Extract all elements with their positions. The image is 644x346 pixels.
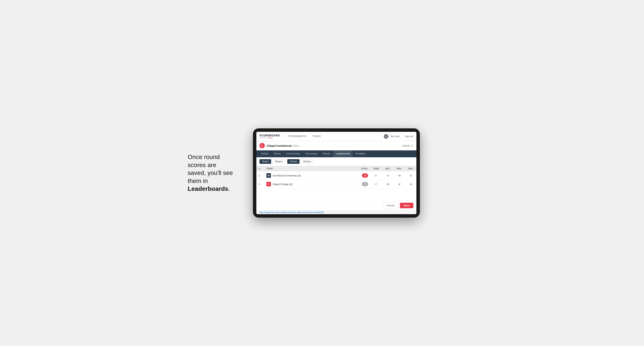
tournament-header: C Clippd Invitational (Men) Cancel ✕ bbox=[256, 141, 416, 150]
logo-scoreboard: SCOREBOARD bbox=[260, 134, 280, 137]
logo-area: SCOREBOARD Powered by clippd bbox=[260, 134, 280, 139]
tab-printables[interactable]: Printables bbox=[353, 150, 368, 157]
tab-tee-groups[interactable]: Tee Groups bbox=[302, 150, 320, 157]
sign-out-link[interactable]: Sign out bbox=[405, 135, 413, 138]
url-bar: https://stage-blue-coach.stagescoredboar… bbox=[256, 210, 416, 214]
nav-right: S Test User | Sign out bbox=[384, 134, 413, 139]
filter-teams[interactable]: Teams bbox=[260, 159, 271, 164]
cell-rd3: +3 bbox=[405, 180, 416, 188]
tab-leaderboards[interactable]: Leaderboards bbox=[333, 150, 352, 157]
cancel-header-button[interactable]: Cancel ✕ bbox=[402, 144, 413, 147]
team-name: Clippd College [A] bbox=[272, 183, 292, 186]
desc-line3: saved, you'll see bbox=[188, 169, 233, 176]
col-rank: # bbox=[256, 166, 264, 171]
col-total: TOTAL bbox=[355, 166, 370, 171]
tab-course-setup[interactable]: Course Setup bbox=[283, 150, 302, 157]
cell-rd3: -6 bbox=[405, 171, 416, 180]
col-rd1: RD1 bbox=[382, 166, 394, 171]
cell-rd1: +8 bbox=[382, 180, 394, 188]
save-button[interactable]: Save bbox=[400, 203, 413, 208]
leaderboard-table-container: # TEAM TOTAL THRU RD1 RD2 RD3 1 SU bbox=[256, 166, 416, 200]
desc-line1: Once round bbox=[188, 154, 220, 160]
left-description: Once round scores are saved, you'll see … bbox=[188, 153, 242, 193]
cell-thru: F bbox=[370, 171, 382, 180]
cancel-button[interactable]: Cancel bbox=[383, 202, 398, 208]
tournament-subtitle: (Men) bbox=[293, 144, 299, 147]
col-team: TEAM bbox=[264, 166, 355, 171]
user-avatar: S bbox=[384, 134, 388, 139]
col-thru: THRU bbox=[370, 166, 382, 171]
desc-line4: them in bbox=[188, 177, 208, 184]
cell-thru: F bbox=[370, 180, 382, 188]
separator: | bbox=[402, 135, 402, 138]
cell-rd2: -8 bbox=[394, 180, 405, 188]
nav-links: TOURNAMENTS TEAMS bbox=[284, 132, 384, 141]
tablet-screen: SCOREBOARD Powered by clippd TOURNAMENTS… bbox=[256, 132, 416, 214]
nav-teams[interactable]: TEAMS bbox=[309, 132, 324, 141]
team-name: Scoreboard University [A] bbox=[272, 174, 301, 177]
filter-bar: Teams Players Scores Strokes bbox=[256, 157, 416, 166]
page-wrapper: Once round scores are saved, you'll see … bbox=[188, 128, 456, 218]
desc-highlight: Leaderboards bbox=[188, 185, 228, 192]
cell-team: SU Scoreboard University [A] bbox=[264, 171, 355, 180]
cell-total: +3 bbox=[355, 180, 370, 188]
team-logo: SU bbox=[266, 173, 271, 178]
cell-rd2: +5 bbox=[394, 171, 405, 180]
desc-period: . bbox=[228, 185, 230, 192]
score-badge: -5 bbox=[362, 173, 368, 177]
tab-details[interactable]: Details bbox=[259, 150, 271, 157]
nav-tournaments[interactable]: TOURNAMENTS bbox=[284, 132, 309, 141]
close-icon: ✕ bbox=[411, 144, 413, 147]
top-nav: SCOREBOARD Powered by clippd TOURNAMENTS… bbox=[256, 132, 416, 141]
tournament-title: Clippd Invitational bbox=[267, 144, 292, 147]
footer: Cancel Save bbox=[256, 200, 416, 210]
team-logo: C bbox=[266, 182, 271, 186]
col-rd3: RD3 bbox=[405, 166, 416, 171]
tab-results[interactable]: Results bbox=[320, 150, 333, 157]
table-row: 1 SU Scoreboard University [A] -5 F -4 +… bbox=[256, 171, 416, 180]
cell-rd1: -4 bbox=[382, 171, 394, 180]
cell-team: C Clippd College [A] bbox=[264, 180, 355, 188]
logo-clippd: clippd bbox=[268, 137, 272, 139]
table-header-row: # TEAM TOTAL THRU RD1 RD2 RD3 bbox=[256, 166, 416, 171]
logo-powered: Powered by clippd bbox=[260, 137, 280, 139]
filter-strokes[interactable]: Strokes bbox=[301, 159, 314, 164]
tournament-icon: C bbox=[260, 143, 265, 148]
filter-players[interactable]: Players bbox=[272, 159, 285, 164]
table-row: 2 C Clippd College [A] +3 F +8 -8 +3 bbox=[256, 180, 416, 188]
cell-rank: 2 bbox=[256, 180, 264, 188]
user-name: Test User bbox=[390, 135, 400, 138]
tabs-bar: Details Teams Course Setup Tee Groups Re… bbox=[256, 150, 416, 157]
tab-teams[interactable]: Teams bbox=[271, 150, 283, 157]
cell-total: -5 bbox=[355, 171, 370, 180]
cell-rank: 1 bbox=[256, 171, 264, 180]
tablet-frame: SCOREBOARD Powered by clippd TOURNAMENTS… bbox=[253, 128, 420, 218]
leaderboard-table: # TEAM TOTAL THRU RD1 RD2 RD3 1 SU bbox=[256, 166, 416, 188]
filter-scores[interactable]: Scores bbox=[287, 159, 299, 164]
desc-line2: scores are bbox=[188, 162, 216, 169]
col-rd2: RD2 bbox=[394, 166, 405, 171]
score-badge: +3 bbox=[362, 182, 368, 186]
